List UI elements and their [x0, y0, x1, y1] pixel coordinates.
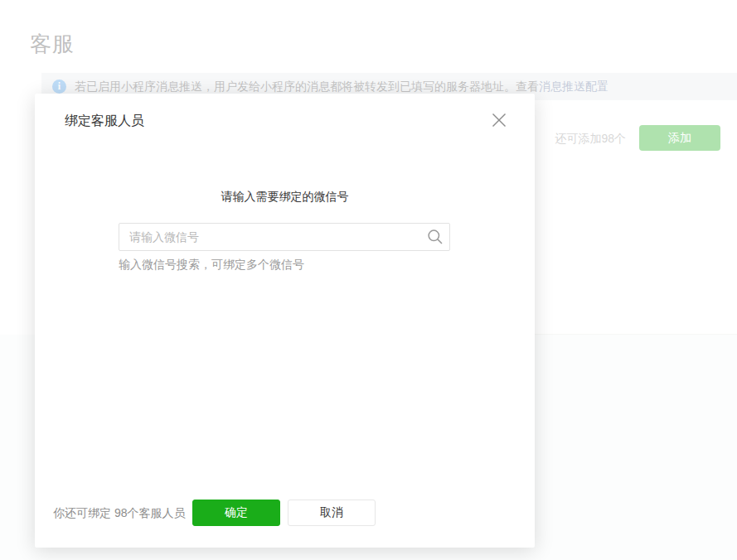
search-button[interactable]	[421, 224, 449, 250]
close-icon[interactable]	[490, 111, 508, 129]
wechat-id-input[interactable]	[119, 224, 421, 250]
remaining-bind-count: 你还可绑定 98个客服人员	[53, 506, 185, 521]
search-icon	[427, 229, 444, 245]
modal-title: 绑定客服人员	[65, 113, 144, 130]
search-helper-text: 输入微信号搜索，可绑定多个微信号	[119, 258, 304, 273]
cancel-button[interactable]: 取消	[288, 500, 376, 526]
wechat-id-search-box	[119, 223, 450, 251]
bind-instruction-text: 请输入需要绑定的微信号	[35, 190, 535, 205]
bind-staff-modal: 绑定客服人员 请输入需要绑定的微信号 输入微信号搜索，可绑定多个微信号 你还可绑…	[35, 94, 535, 548]
confirm-button[interactable]: 确定	[192, 500, 280, 526]
customer-service-page: 客服 i 若已启用小程序消息推送，用户发给小程序的消息都将被转发到已填写的服务器…	[0, 0, 737, 560]
